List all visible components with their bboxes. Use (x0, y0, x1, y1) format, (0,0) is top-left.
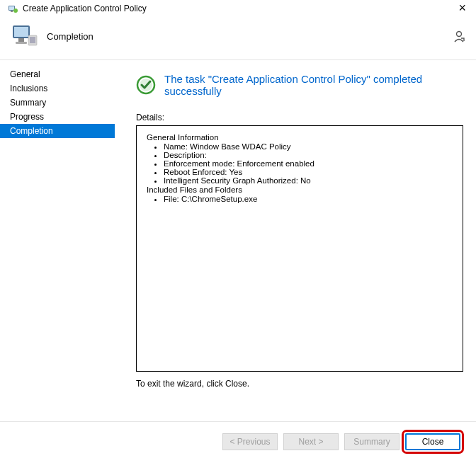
sidebar: General Inclusions Summary Progress Comp… (0, 60, 115, 438)
body: General Inclusions Summary Progress Comp… (0, 60, 476, 438)
svg-rect-6 (18, 38, 24, 42)
svg-rect-9 (30, 37, 35, 43)
detail-reboot: Reboot Enforced: Yes (164, 168, 453, 176)
success-banner: The task "Create Application Control Pol… (136, 73, 463, 97)
button-row: < Previous Next > Summary Close (222, 433, 460, 450)
exit-hint-text: To exit the wizard, click Close. (136, 379, 463, 389)
svg-rect-7 (16, 42, 27, 44)
sidebar-item-summary[interactable]: Summary (0, 96, 115, 110)
svg-rect-1 (9, 6, 14, 10)
titlebar: Create Application Control Policy × (0, 0, 476, 16)
success-check-icon (136, 75, 156, 95)
titlebar-text: Create Application Control Policy (23, 4, 147, 13)
detail-file: File: C:\ChromeSetup.exe (164, 195, 453, 203)
sidebar-item-completion[interactable]: Completion (0, 124, 115, 138)
page-title: Completion (47, 31, 94, 42)
app-icon (7, 3, 18, 14)
details-label: Details: (136, 113, 463, 122)
detail-enforcement: Enforcement mode: Enforcement enabled (164, 159, 453, 168)
summary-button: Summary (344, 433, 400, 450)
next-button: Next > (283, 433, 339, 450)
previous-button: < Previous (222, 433, 278, 450)
detail-name: Name: Window Base WDAC Policy (164, 142, 453, 151)
success-text: The task "Create Application Control Pol… (164, 73, 463, 97)
detail-description: Description: (164, 151, 453, 159)
header: Completion (0, 16, 476, 59)
footer-divider (0, 421, 476, 422)
close-button[interactable]: Close (405, 433, 460, 450)
details-general-list: Name: Window Base WDAC Policy Descriptio… (147, 142, 453, 185)
main-content: The task "Create Application Control Pol… (115, 60, 476, 438)
svg-point-3 (13, 8, 18, 13)
sidebar-item-general[interactable]: General (0, 67, 115, 81)
window-close-button[interactable]: × (458, 3, 466, 13)
computer-icon (10, 21, 40, 51)
details-textbox[interactable]: General Information Name: Window Base WD… (136, 125, 463, 372)
details-general-heading: General Information (147, 133, 453, 142)
svg-point-10 (457, 32, 462, 37)
details-included-heading: Included Files and Folders (147, 185, 453, 194)
sidebar-item-progress[interactable]: Progress (0, 110, 115, 124)
svg-rect-2 (11, 11, 13, 12)
wizard-window: Create Application Control Policy × Comp… (0, 0, 476, 463)
support-icon[interactable] (452, 29, 466, 43)
svg-rect-5 (14, 27, 28, 37)
sidebar-item-inclusions[interactable]: Inclusions (0, 81, 115, 96)
detail-isg: Intelligent Security Graph Authorized: N… (164, 176, 453, 185)
details-included-list: File: C:\ChromeSetup.exe (147, 195, 453, 203)
